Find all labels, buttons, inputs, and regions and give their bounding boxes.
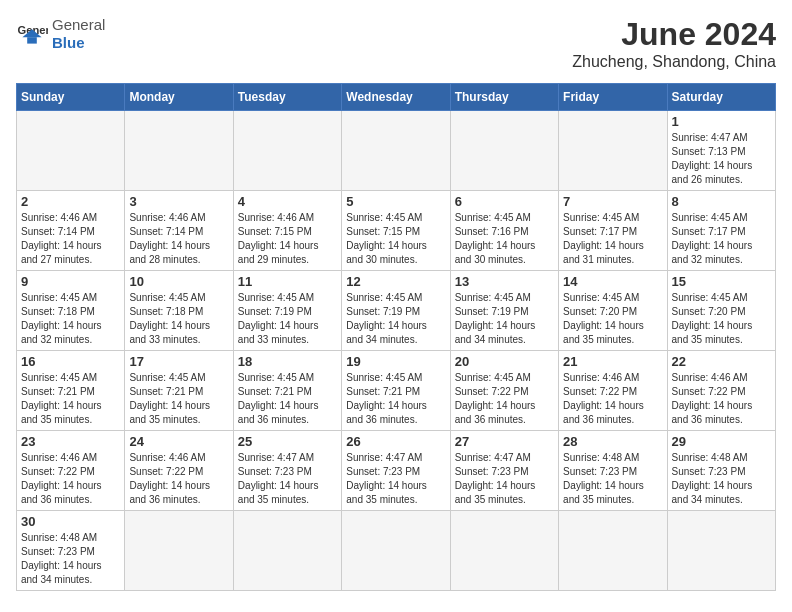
day-number: 26 xyxy=(346,434,445,449)
day-info: Sunrise: 4:45 AM Sunset: 7:18 PM Dayligh… xyxy=(129,291,228,347)
calendar-cell: 12Sunrise: 4:45 AM Sunset: 7:19 PM Dayli… xyxy=(342,271,450,351)
day-info: Sunrise: 4:45 AM Sunset: 7:22 PM Dayligh… xyxy=(455,371,554,427)
day-number: 20 xyxy=(455,354,554,369)
calendar-cell: 19Sunrise: 4:45 AM Sunset: 7:21 PM Dayli… xyxy=(342,351,450,431)
day-info: Sunrise: 4:45 AM Sunset: 7:15 PM Dayligh… xyxy=(346,211,445,267)
day-number: 16 xyxy=(21,354,120,369)
location-title: Zhucheng, Shandong, China xyxy=(572,53,776,71)
calendar-cell: 21Sunrise: 4:46 AM Sunset: 7:22 PM Dayli… xyxy=(559,351,667,431)
day-number: 28 xyxy=(563,434,662,449)
day-number: 29 xyxy=(672,434,771,449)
day-number: 25 xyxy=(238,434,337,449)
calendar-cell: 22Sunrise: 4:46 AM Sunset: 7:22 PM Dayli… xyxy=(667,351,775,431)
day-number: 22 xyxy=(672,354,771,369)
day-info: Sunrise: 4:46 AM Sunset: 7:22 PM Dayligh… xyxy=(672,371,771,427)
calendar-cell: 28Sunrise: 4:48 AM Sunset: 7:23 PM Dayli… xyxy=(559,431,667,511)
calendar-cell: 17Sunrise: 4:45 AM Sunset: 7:21 PM Dayli… xyxy=(125,351,233,431)
calendar-cell: 29Sunrise: 4:48 AM Sunset: 7:23 PM Dayli… xyxy=(667,431,775,511)
weekday-header-wednesday: Wednesday xyxy=(342,84,450,111)
day-number: 5 xyxy=(346,194,445,209)
calendar-week-row: 23Sunrise: 4:46 AM Sunset: 7:22 PM Dayli… xyxy=(17,431,776,511)
calendar-cell: 26Sunrise: 4:47 AM Sunset: 7:23 PM Dayli… xyxy=(342,431,450,511)
day-number: 21 xyxy=(563,354,662,369)
day-info: Sunrise: 4:46 AM Sunset: 7:14 PM Dayligh… xyxy=(21,211,120,267)
calendar-cell: 7Sunrise: 4:45 AM Sunset: 7:17 PM Daylig… xyxy=(559,191,667,271)
calendar-cell xyxy=(342,511,450,591)
title-area: June 2024 Zhucheng, Shandong, China xyxy=(572,16,776,71)
calendar-cell xyxy=(559,111,667,191)
day-number: 3 xyxy=(129,194,228,209)
day-number: 30 xyxy=(21,514,120,529)
day-info: Sunrise: 4:45 AM Sunset: 7:20 PM Dayligh… xyxy=(672,291,771,347)
day-info: Sunrise: 4:45 AM Sunset: 7:18 PM Dayligh… xyxy=(21,291,120,347)
calendar-cell: 24Sunrise: 4:46 AM Sunset: 7:22 PM Dayli… xyxy=(125,431,233,511)
calendar-cell: 25Sunrise: 4:47 AM Sunset: 7:23 PM Dayli… xyxy=(233,431,341,511)
calendar-week-row: 16Sunrise: 4:45 AM Sunset: 7:21 PM Dayli… xyxy=(17,351,776,431)
calendar-cell: 2Sunrise: 4:46 AM Sunset: 7:14 PM Daylig… xyxy=(17,191,125,271)
day-info: Sunrise: 4:45 AM Sunset: 7:21 PM Dayligh… xyxy=(238,371,337,427)
day-number: 18 xyxy=(238,354,337,369)
day-number: 24 xyxy=(129,434,228,449)
day-info: Sunrise: 4:48 AM Sunset: 7:23 PM Dayligh… xyxy=(21,531,120,587)
calendar-cell xyxy=(450,511,558,591)
calendar-cell: 5Sunrise: 4:45 AM Sunset: 7:15 PM Daylig… xyxy=(342,191,450,271)
calendar-cell: 30Sunrise: 4:48 AM Sunset: 7:23 PM Dayli… xyxy=(17,511,125,591)
day-number: 23 xyxy=(21,434,120,449)
calendar-cell: 18Sunrise: 4:45 AM Sunset: 7:21 PM Dayli… xyxy=(233,351,341,431)
day-info: Sunrise: 4:45 AM Sunset: 7:21 PM Dayligh… xyxy=(346,371,445,427)
day-number: 7 xyxy=(563,194,662,209)
weekday-header-sunday: Sunday xyxy=(17,84,125,111)
day-info: Sunrise: 4:45 AM Sunset: 7:19 PM Dayligh… xyxy=(455,291,554,347)
calendar-cell: 9Sunrise: 4:45 AM Sunset: 7:18 PM Daylig… xyxy=(17,271,125,351)
svg-rect-2 xyxy=(27,37,37,43)
weekday-header-row: SundayMondayTuesdayWednesdayThursdayFrid… xyxy=(17,84,776,111)
weekday-header-monday: Monday xyxy=(125,84,233,111)
day-number: 17 xyxy=(129,354,228,369)
calendar-cell xyxy=(667,511,775,591)
calendar-cell: 20Sunrise: 4:45 AM Sunset: 7:22 PM Dayli… xyxy=(450,351,558,431)
day-info: Sunrise: 4:45 AM Sunset: 7:20 PM Dayligh… xyxy=(563,291,662,347)
calendar-cell xyxy=(17,111,125,191)
weekday-header-saturday: Saturday xyxy=(667,84,775,111)
day-info: Sunrise: 4:46 AM Sunset: 7:22 PM Dayligh… xyxy=(129,451,228,507)
day-info: Sunrise: 4:48 AM Sunset: 7:23 PM Dayligh… xyxy=(563,451,662,507)
calendar-week-row: 1Sunrise: 4:47 AM Sunset: 7:13 PM Daylig… xyxy=(17,111,776,191)
day-info: Sunrise: 4:45 AM Sunset: 7:16 PM Dayligh… xyxy=(455,211,554,267)
calendar-cell: 23Sunrise: 4:46 AM Sunset: 7:22 PM Dayli… xyxy=(17,431,125,511)
day-info: Sunrise: 4:47 AM Sunset: 7:23 PM Dayligh… xyxy=(238,451,337,507)
day-info: Sunrise: 4:47 AM Sunset: 7:13 PM Dayligh… xyxy=(672,131,771,187)
calendar-cell: 13Sunrise: 4:45 AM Sunset: 7:19 PM Dayli… xyxy=(450,271,558,351)
calendar-cell: 10Sunrise: 4:45 AM Sunset: 7:18 PM Dayli… xyxy=(125,271,233,351)
calendar-week-row: 30Sunrise: 4:48 AM Sunset: 7:23 PM Dayli… xyxy=(17,511,776,591)
weekday-header-tuesday: Tuesday xyxy=(233,84,341,111)
day-number: 4 xyxy=(238,194,337,209)
day-number: 27 xyxy=(455,434,554,449)
day-number: 9 xyxy=(21,274,120,289)
day-info: Sunrise: 4:45 AM Sunset: 7:17 PM Dayligh… xyxy=(563,211,662,267)
day-info: Sunrise: 4:47 AM Sunset: 7:23 PM Dayligh… xyxy=(346,451,445,507)
calendar-cell: 27Sunrise: 4:47 AM Sunset: 7:23 PM Dayli… xyxy=(450,431,558,511)
day-info: Sunrise: 4:46 AM Sunset: 7:15 PM Dayligh… xyxy=(238,211,337,267)
calendar-cell xyxy=(233,511,341,591)
calendar-cell: 11Sunrise: 4:45 AM Sunset: 7:19 PM Dayli… xyxy=(233,271,341,351)
day-info: Sunrise: 4:48 AM Sunset: 7:23 PM Dayligh… xyxy=(672,451,771,507)
day-number: 1 xyxy=(672,114,771,129)
day-number: 13 xyxy=(455,274,554,289)
day-info: Sunrise: 4:45 AM Sunset: 7:19 PM Dayligh… xyxy=(346,291,445,347)
calendar-cell: 14Sunrise: 4:45 AM Sunset: 7:20 PM Dayli… xyxy=(559,271,667,351)
calendar-cell: 15Sunrise: 4:45 AM Sunset: 7:20 PM Dayli… xyxy=(667,271,775,351)
calendar-cell: 3Sunrise: 4:46 AM Sunset: 7:14 PM Daylig… xyxy=(125,191,233,271)
calendar-cell xyxy=(125,111,233,191)
day-info: Sunrise: 4:45 AM Sunset: 7:17 PM Dayligh… xyxy=(672,211,771,267)
day-info: Sunrise: 4:47 AM Sunset: 7:23 PM Dayligh… xyxy=(455,451,554,507)
day-number: 10 xyxy=(129,274,228,289)
calendar-cell: 16Sunrise: 4:45 AM Sunset: 7:21 PM Dayli… xyxy=(17,351,125,431)
day-number: 11 xyxy=(238,274,337,289)
header: General General Blue June 2024 Zhucheng,… xyxy=(16,16,776,71)
calendar-week-row: 9Sunrise: 4:45 AM Sunset: 7:18 PM Daylig… xyxy=(17,271,776,351)
calendar-week-row: 2Sunrise: 4:46 AM Sunset: 7:14 PM Daylig… xyxy=(17,191,776,271)
calendar-cell xyxy=(233,111,341,191)
day-info: Sunrise: 4:46 AM Sunset: 7:22 PM Dayligh… xyxy=(563,371,662,427)
day-number: 19 xyxy=(346,354,445,369)
calendar-cell: 6Sunrise: 4:45 AM Sunset: 7:16 PM Daylig… xyxy=(450,191,558,271)
